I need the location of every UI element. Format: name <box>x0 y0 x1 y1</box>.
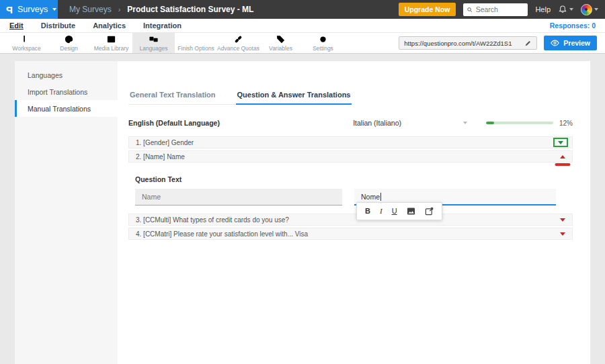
breadcrumb-survey-title: Product Satisfaction Survey - ML <box>127 5 253 14</box>
finish-options-icon <box>191 34 201 44</box>
responses-count-link[interactable]: Responses: 0 <box>550 21 596 30</box>
translation-progress-bar <box>486 122 553 124</box>
tool-label: Variables <box>269 45 292 52</box>
tool-label: Finish Options <box>177 45 214 52</box>
collapse-wrap <box>560 155 565 158</box>
expand-control <box>560 232 565 236</box>
menu-item-integration[interactable]: Integration <box>143 21 182 30</box>
questionpro-logo[interactable]: P <box>6 4 13 15</box>
settings-icon <box>318 34 328 44</box>
bold-button[interactable]: B <box>365 208 370 215</box>
notifications-menu[interactable] <box>558 5 573 14</box>
translation-inputs-row: Name Nome <box>135 189 573 206</box>
tool-settings[interactable]: Settings <box>302 33 344 53</box>
translation-tabs: General Text Translation Question & Answ… <box>128 91 352 105</box>
upgrade-now-button[interactable]: Upgrade Now <box>399 3 456 16</box>
tool-finish-options[interactable]: Finish Options <box>175 33 217 53</box>
media-library-icon <box>106 34 116 44</box>
search-input[interactable] <box>476 5 525 13</box>
tool-label: Workspace <box>12 45 40 52</box>
chevron-down-icon <box>569 8 573 11</box>
expand-caret-icon[interactable] <box>558 141 563 144</box>
product-menu-label[interactable]: Surveys <box>17 5 48 14</box>
preview-button[interactable]: Preview <box>544 36 597 50</box>
tab-question-answer-translations[interactable]: Question & Answer Translations <box>236 91 352 105</box>
menu-item-edit[interactable]: Edit <box>9 21 24 30</box>
help-link[interactable]: Help <box>535 5 551 13</box>
underline-button[interactable]: U <box>392 208 397 215</box>
product-switcher[interactable]: P Surveys <box>0 0 58 19</box>
question-row-name[interactable]: 2. [Name] Name <box>128 150 573 163</box>
breadcrumb-my-surveys[interactable]: My Surveys <box>69 5 112 14</box>
menu-item-distribute[interactable]: Distribute <box>41 21 75 30</box>
design-icon <box>64 34 74 44</box>
breadcrumb: My Surveys › Product Satisfaction Survey… <box>69 5 253 14</box>
collapse-caret-icon[interactable] <box>560 155 565 158</box>
source-text-value: Name <box>142 193 161 201</box>
tool-workspace[interactable]: Workspace <box>5 33 48 53</box>
tool-media-library[interactable]: Media Library <box>90 33 132 53</box>
tool-label: Settings <box>313 45 333 52</box>
top-bar: P Surveys My Surveys › Product Satisfact… <box>0 0 605 19</box>
survey-url-input[interactable] <box>404 40 520 47</box>
edit-url-pencil-icon[interactable] <box>524 40 532 47</box>
language-selector-row: English (Default Language) Italian (Ital… <box>128 119 573 127</box>
source-text-field[interactable]: Name <box>135 189 342 206</box>
format-toolbar: B I U <box>356 202 442 220</box>
insert-link-icon[interactable] <box>425 207 434 216</box>
sidebar-item-label: Manual Translations <box>28 105 91 113</box>
question-row-gender[interactable]: 1. [Gender] Gender <box>128 136 573 148</box>
breadcrumb-separator: › <box>118 5 121 13</box>
expand-caret-icon[interactable] <box>560 232 565 236</box>
preview-label: Preview <box>563 39 590 47</box>
translation-text-value: Nome <box>361 193 380 201</box>
eye-icon <box>551 40 559 46</box>
languages-card: Languages Import Translations Manual Tra… <box>15 61 590 364</box>
click-highlight-box <box>553 138 568 147</box>
italic-button[interactable]: I <box>380 208 382 215</box>
survey-url-box[interactable] <box>399 36 537 50</box>
question-title: 3. [CCMulti] What types of credit cards … <box>136 216 289 224</box>
tab-general-text-translation[interactable]: General Text Translation <box>128 91 217 104</box>
search-icon <box>467 6 473 13</box>
target-language-group: Italian (Italiano) 12% <box>353 119 573 127</box>
tool-variables[interactable]: Variables <box>259 33 302 53</box>
question-row-ccmatri[interactable]: 4. [CCMatri] Please rate your satisfacti… <box>128 228 573 240</box>
tool-label: Languages <box>139 45 167 52</box>
workspace-icon <box>22 34 32 44</box>
tool-advance-quotas[interactable]: Advance Quotas <box>217 33 259 53</box>
chevron-down-icon <box>52 8 56 11</box>
question-title: 1. [Gender] Gender <box>136 139 194 146</box>
topbar-right: Upgrade Now Help <box>399 3 605 16</box>
question-list: 1. [Gender] Gender 2. [Name] Name <box>128 136 573 240</box>
source-language-label: English (Default Language) <box>128 119 220 127</box>
question-text-label: Question Text <box>135 175 573 183</box>
variables-icon <box>276 34 286 44</box>
advance-quotas-icon <box>233 34 243 44</box>
translations-main: General Text Translation Question & Answ… <box>118 61 590 364</box>
insert-image-icon[interactable] <box>407 207 415 216</box>
bell-icon <box>558 5 567 14</box>
question-title: 2. [Name] Name <box>136 153 185 161</box>
languages-sidebar: Languages Import Translations Manual Tra… <box>15 61 118 364</box>
sidebar-item-manual-translations[interactable]: Manual Translations <box>15 100 118 117</box>
tool-label: Design <box>60 45 77 52</box>
tool-languages[interactable]: Languages <box>132 33 175 53</box>
text-cursor <box>380 193 381 201</box>
expand-caret-icon[interactable] <box>560 218 565 222</box>
account-menu[interactable] <box>581 4 598 15</box>
sidebar-item-languages[interactable]: Languages <box>15 66 118 83</box>
avatar <box>581 4 592 15</box>
survey-toolbar: Workspace Design Media Library Languages… <box>0 33 605 54</box>
tool-design[interactable]: Design <box>48 33 90 53</box>
question-row-ccmulti[interactable]: 3. [CCMulti] What types of credit cards … <box>128 214 573 226</box>
tool-label: Media Library <box>94 45 129 52</box>
target-language-dropdown-icon[interactable] <box>463 122 467 124</box>
target-language-value[interactable]: Italian (Italiano) <box>353 119 401 127</box>
menu-item-analytics[interactable]: Analytics <box>93 21 126 30</box>
sidebar-item-import-translations[interactable]: Import Translations <box>15 83 118 100</box>
languages-icon <box>149 34 159 44</box>
question-title: 4. [CCMatri] Please rate your satisfacti… <box>136 230 308 238</box>
tool-label: Advance Quotas <box>217 45 259 52</box>
global-search[interactable] <box>463 3 528 16</box>
